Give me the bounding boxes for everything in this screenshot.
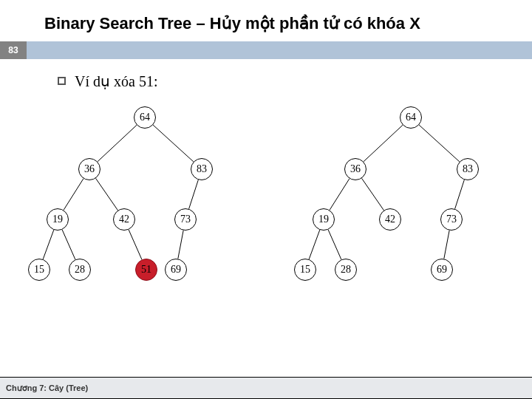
footer-text: Chương 7: Cây (Tree) <box>6 383 88 393</box>
tree-node: 36 <box>344 158 366 180</box>
tree-node: 69 <box>431 259 453 281</box>
tree-node: 15 <box>28 259 50 281</box>
tree-diagram: 64368319427315285169643683194273152869 <box>0 95 532 338</box>
title-area: Binary Search Tree – Hủy một phần tử có … <box>0 0 532 41</box>
svg-line-2 <box>64 178 83 210</box>
bullet-row: Ví dụ xóa 51: <box>0 59 532 95</box>
tree-node: 51 <box>135 259 157 281</box>
svg-line-13 <box>455 180 465 208</box>
tree-node: 83 <box>191 158 213 180</box>
tree-node: 36 <box>78 158 100 180</box>
tree-node: 69 <box>165 259 187 281</box>
slide-title: Binary Search Tree – Hủy một phần tử có … <box>44 13 532 34</box>
header-band: 83 <box>0 41 532 59</box>
footer-bar: Chương 7: Cây (Tree) <box>0 377 532 399</box>
tree-node: 19 <box>47 208 69 231</box>
svg-line-12 <box>362 178 384 210</box>
bullet-text: Ví dụ xóa 51: <box>75 72 157 90</box>
svg-line-15 <box>328 229 341 259</box>
svg-line-7 <box>129 229 142 259</box>
svg-line-11 <box>330 178 349 210</box>
page-number: 83 <box>0 41 27 59</box>
svg-line-6 <box>62 229 75 259</box>
svg-line-3 <box>96 178 118 210</box>
svg-line-8 <box>178 230 183 259</box>
square-bullet-icon <box>58 77 66 85</box>
svg-line-5 <box>43 230 54 259</box>
svg-line-4 <box>189 180 199 208</box>
tree-node: 28 <box>335 259 357 281</box>
svg-line-16 <box>444 230 449 259</box>
tree-node: 19 <box>313 208 335 231</box>
tree-node: 42 <box>113 208 135 231</box>
tree-node: 42 <box>379 208 401 231</box>
svg-line-1 <box>153 125 194 162</box>
tree-node: 73 <box>440 208 463 231</box>
tree-node: 64 <box>134 106 156 129</box>
svg-line-0 <box>98 125 137 162</box>
tree-node: 64 <box>400 106 422 129</box>
tree-node: 83 <box>457 158 479 180</box>
svg-line-9 <box>364 125 403 162</box>
tree-node: 15 <box>294 259 316 281</box>
svg-line-14 <box>309 230 320 259</box>
svg-line-10 <box>419 125 460 162</box>
tree-node: 28 <box>69 259 91 281</box>
tree-node: 73 <box>174 208 197 231</box>
